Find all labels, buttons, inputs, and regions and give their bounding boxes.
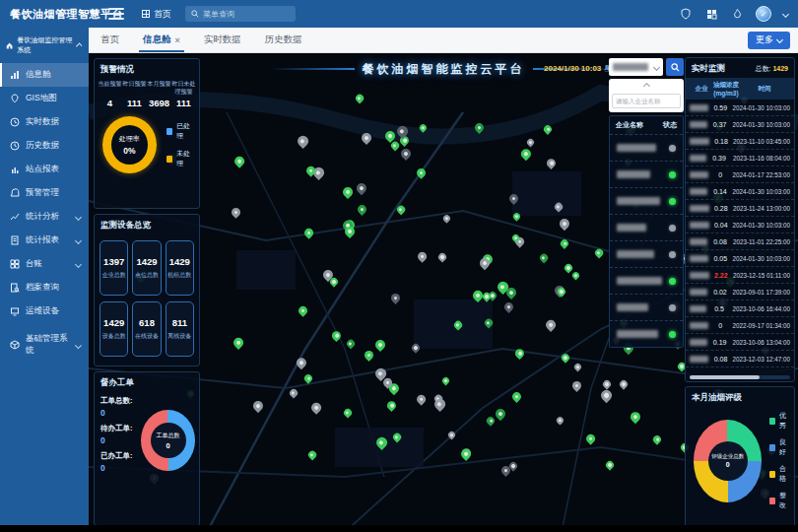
company-row[interactable] <box>610 187 683 214</box>
realtime-row[interactable]: 02022-09-17 01:34:00 <box>686 317 794 334</box>
sidebar-item-history-data[interactable]: 历史数据 <box>0 134 89 158</box>
sidebar-item-gis-map[interactable]: GIS地图 <box>0 87 89 110</box>
company-name-blurred <box>690 205 709 212</box>
hamburger-menu-icon[interactable] <box>108 8 124 20</box>
company-row[interactable] <box>610 240 683 267</box>
legend-item: 整改 <box>769 491 790 510</box>
realtime-row[interactable]: 0.142024-01-30 10:03:00 <box>686 183 794 200</box>
company-name-blurred <box>617 224 646 232</box>
company-search-button[interactable] <box>666 58 684 76</box>
timestamp: 2024-01-30 10:03:00 <box>733 222 790 229</box>
company-name-input[interactable] <box>612 94 681 108</box>
home-nav-label: 首页 <box>154 8 171 21</box>
device-stat-label: 在线设备 <box>135 332 159 341</box>
tab-home[interactable]: 首页 <box>89 28 131 52</box>
panel-title: 本月油烟评级 <box>686 387 794 407</box>
more-button[interactable]: 更多 <box>748 32 790 49</box>
device-stat-value: 1429 <box>103 317 124 328</box>
sidebar-item-site-report[interactable]: 站点报表 <box>0 158 89 181</box>
close-icon[interactable]: × <box>175 35 180 45</box>
concentration-value: 0.18 <box>709 138 733 145</box>
workorder-label: 已办工单: <box>100 451 139 461</box>
timestamp: 2022-09-17 01:34:00 <box>733 322 790 329</box>
shield-icon[interactable] <box>679 7 693 21</box>
realtime-row[interactable]: 0.082023-11-01 22:25:00 <box>686 233 794 250</box>
realtime-row[interactable]: 0.042024-01-30 10:03:00 <box>686 217 794 233</box>
realtime-row[interactable]: 0.192023-10-06 13:04:00 <box>686 334 794 351</box>
realtime-row[interactable]: 0.592024-01-30 10:03:00 <box>686 100 794 116</box>
company-name-blurred <box>690 104 708 111</box>
sidebar-item-realtime-data[interactable]: 实时数据 <box>0 110 89 134</box>
tab-label: 首页 <box>100 33 119 46</box>
doc-icon <box>10 235 20 245</box>
chevron-down-icon <box>75 260 82 267</box>
sidebar-item-stat-report[interactable]: 统计报表 <box>0 229 89 252</box>
company-row[interactable] <box>610 134 683 161</box>
realtime-row[interactable]: 2.222023-12-15 01:11:00 <box>686 267 794 284</box>
device-stat-box: 618在线设备 <box>132 301 161 357</box>
sidebar-item-label: 档案查询 <box>26 282 59 294</box>
sidebar-item-alert-management[interactable]: 预警管理 <box>0 181 89 205</box>
barchart-icon <box>10 165 20 174</box>
chevron-down-icon[interactable] <box>782 10 789 17</box>
concentration-value: 0 <box>708 171 733 178</box>
company-dropdown <box>609 79 684 112</box>
sidebar-item-ledger[interactable]: 台账 <box>0 252 89 276</box>
sidebar-item-ops-device[interactable]: 运维设备 <box>0 299 89 323</box>
company-select[interactable] <box>609 58 663 76</box>
company-name-blurred <box>690 322 708 329</box>
timestamp: 2024-01-30 10:03:00 <box>733 255 790 262</box>
menu-search-input[interactable] <box>203 10 290 19</box>
workorder-donut: 工单总数 0 <box>141 410 195 471</box>
realtime-row[interactable]: 0.022023-09-01 17:39:00 <box>686 284 794 300</box>
horizontal-scrollbar[interactable] <box>690 375 790 379</box>
concentration-value: 0.39 <box>706 155 732 162</box>
docsearch-icon <box>10 283 20 293</box>
device-stat-box: 1397企业总数 <box>100 240 128 296</box>
selected-company-blurred <box>613 63 648 71</box>
cube-icon <box>10 340 20 350</box>
alert-stat: 本月预警3698 <box>147 81 171 108</box>
user-avatar[interactable]: ✓ <box>756 6 771 22</box>
sidebar-item-info-cockpit[interactable]: 信息舱 <box>0 63 89 87</box>
alert-process-rate-donut: 处理率 0% <box>102 116 157 173</box>
home-nav-chip[interactable]: 首页 <box>142 8 171 21</box>
realtime-row[interactable]: 0.082023-12-03 12:47:00 <box>686 351 794 367</box>
realtime-row[interactable]: 0.392023-11-16 08:04:00 <box>686 150 794 166</box>
realtime-row[interactable]: 0.52023-10-06 16:44:00 <box>686 300 794 317</box>
realtime-row[interactable]: 0.182023-11-10 03:45:00 <box>686 133 794 150</box>
company-row[interactable] <box>610 161 683 187</box>
realtime-row[interactable]: 0.372024-01-30 10:03:00 <box>686 116 794 133</box>
tab-label: 实时数据 <box>204 33 241 46</box>
flame-icon[interactable] <box>730 7 744 21</box>
company-row[interactable] <box>610 320 683 347</box>
sidebar-item-label: 统计分析 <box>26 211 59 223</box>
sidebar-system-header[interactable]: 餐饮油烟监控管理系统 <box>0 28 89 63</box>
panel-title: 督办工单 <box>95 372 199 392</box>
tab-info-cockpit[interactable]: 信息舱× <box>131 28 192 52</box>
company-row[interactable] <box>610 294 683 320</box>
status-dot-green <box>669 198 676 205</box>
sidebar-item-stat-analysis[interactable]: 统计分析 <box>0 205 89 229</box>
timestamp: 2023-10-06 13:04:00 <box>733 339 790 346</box>
collapse-button[interactable] <box>612 81 681 90</box>
concentration-value: 0.19 <box>707 339 733 346</box>
sidebar-item-label: 历史数据 <box>26 140 59 152</box>
legend-swatch <box>166 156 172 163</box>
sidebar-item-label: GIS地图 <box>26 93 57 104</box>
company-row[interactable] <box>610 267 683 294</box>
screen-title: 餐饮油烟智能监控云平台 <box>363 61 525 78</box>
alert-stat-value: 4 <box>98 98 122 108</box>
sidebar-item-archive-query[interactable]: 档案查询 <box>0 276 89 299</box>
company-row[interactable] <box>610 214 683 240</box>
legend-item: 优秀 <box>769 411 790 431</box>
device-icon <box>10 306 20 316</box>
realtime-row[interactable]: 0.282023-11-24 13:00:00 <box>686 200 794 217</box>
tab-history-data[interactable]: 历史数据 <box>253 28 314 52</box>
tab-realtime-data[interactable]: 实时数据 <box>192 28 253 52</box>
realtime-row[interactable]: 0.052024-01-30 10:03:00 <box>686 250 794 267</box>
apps-icon[interactable] <box>704 7 718 21</box>
realtime-row[interactable]: 02024-01-17 22:53:00 <box>686 166 794 183</box>
sidebar-item-base-system[interactable]: 基础管理系统 <box>0 333 89 357</box>
chevron-down-icon <box>75 342 82 349</box>
